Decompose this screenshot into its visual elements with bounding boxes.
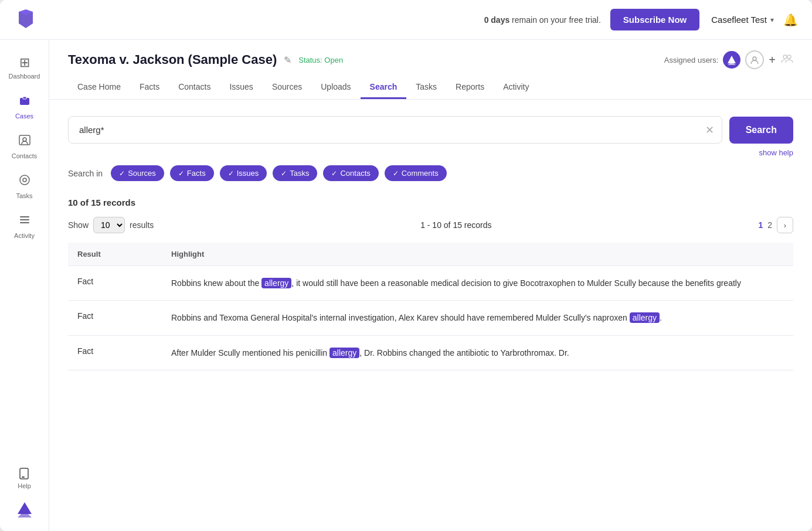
sidebar-item-dashboard[interactable]: ⊞ Dashboard (4, 49, 46, 86)
content-area: Texoma v. Jackson (Sample Case) ✎ Status… (49, 40, 812, 531)
filter-sources[interactable]: ✓ Sources (111, 165, 164, 181)
filter-label: Search in (68, 169, 103, 178)
highlight-before-3: After Mulder Scully mentioned his penici… (171, 348, 329, 358)
tab-uploads[interactable]: Uploads (311, 76, 360, 99)
filter-contacts[interactable]: ✓ Contacts (323, 165, 378, 181)
tab-search[interactable]: Search (361, 76, 407, 99)
tab-sources[interactable]: Sources (263, 76, 311, 99)
highlight-text-3: After Mulder Scully mentioned his penici… (171, 348, 569, 358)
svg-point-19 (787, 55, 791, 59)
filter-facts[interactable]: ✓ Facts (170, 165, 214, 181)
sidebar-bottom: Help (13, 462, 36, 522)
highlight-before-1: Robbins knew about the (171, 278, 261, 288)
user-menu[interactable]: Casefleet Test ▾ (711, 15, 774, 25)
check-icon: ✓ (331, 169, 337, 178)
sidebar: ⊞ Dashboard Cases (0, 40, 49, 531)
filter-issues[interactable]: ✓ Issues (220, 165, 267, 181)
case-title: Texoma v. Jackson (Sample Case) (68, 52, 277, 67)
contacts-icon (18, 134, 31, 150)
trial-message: 0 days remain on your free trial. (484, 15, 601, 25)
svg-point-17 (753, 57, 756, 60)
check-icon: ✓ (281, 169, 287, 178)
trial-days: 0 days (484, 15, 510, 25)
chevron-down-icon: ▾ (770, 16, 774, 24)
filter-tasks[interactable]: ✓ Tasks (273, 165, 317, 181)
sidebar-item-tasks[interactable]: Tasks (4, 168, 46, 205)
filter-row: Search in ✓ Sources ✓ Facts ✓ Issues ✓ T… (68, 165, 793, 181)
dashboard-icon: ⊞ (19, 55, 30, 70)
next-page-button[interactable]: › (777, 217, 793, 233)
tab-issues[interactable]: Issues (220, 76, 262, 99)
clear-icon[interactable]: ✕ (705, 124, 714, 137)
results-label: results (130, 220, 154, 230)
search-button[interactable]: Search (729, 117, 793, 144)
filter-comments[interactable]: ✓ Comments (385, 165, 447, 181)
page-2[interactable]: 2 (767, 220, 772, 230)
logo (14, 7, 38, 32)
user-name: Casefleet Test (711, 15, 767, 25)
search-input[interactable] (68, 116, 722, 144)
edit-icon[interactable]: ✎ (284, 55, 291, 66)
sidebar-item-contacts[interactable]: Contacts (4, 128, 46, 165)
results-section: 10 of 15 records Show 10 25 50 results 1… (49, 198, 812, 384)
result-type-3: Fact (68, 335, 162, 370)
result-type-2: Fact (68, 301, 162, 335)
subscribe-button[interactable]: Subscribe Now (610, 9, 699, 30)
highlight-after-3: , Dr. Robbins changed the antibiotic to … (359, 348, 569, 358)
svg-rect-8 (20, 216, 29, 217)
highlight-word-3: allergy (329, 348, 359, 358)
highlight-before-2: Robbins and Texoma General Hospital's in… (171, 313, 630, 322)
case-status: Status: Open (298, 56, 343, 64)
svg-point-5 (23, 138, 26, 141)
highlight-after-1: , it would still have been a reasonable … (291, 278, 741, 288)
tab-reports[interactable]: Reports (446, 76, 494, 99)
highlight-text-1: Robbins knew about the allergy, it would… (171, 278, 741, 288)
pagination-info: 1 - 10 of 15 records (420, 220, 491, 230)
sidebar-label-cases: Cases (15, 113, 33, 120)
tab-case-home[interactable]: Case Home (68, 76, 130, 99)
tasks-icon (18, 173, 31, 190)
highlight-after-2: . (660, 313, 662, 322)
search-bar-row: ✕ Search (68, 116, 793, 144)
results-table: Result Highlight Fact Robbins knew about… (68, 243, 793, 370)
assigned-users: Assigned users: (664, 50, 793, 69)
sidebar-label-dashboard: Dashboard (9, 73, 40, 80)
svg-point-7 (23, 178, 26, 182)
avatar-secondary (745, 50, 764, 69)
table-row: Fact Robbins knew about the allergy, it … (68, 266, 793, 301)
sidebar-item-cases[interactable]: Cases (4, 88, 46, 125)
search-input-wrap: ✕ (68, 116, 722, 144)
show-help-link[interactable]: show help (68, 148, 793, 157)
highlight-text-2: Robbins and Texoma General Hospital's in… (171, 312, 662, 323)
main-layout: ⊞ Dashboard Cases (0, 40, 812, 531)
tab-tasks[interactable]: Tasks (406, 76, 446, 99)
tab-facts[interactable]: Facts (130, 76, 169, 99)
tab-activity[interactable]: Activity (494, 76, 538, 99)
cases-icon (18, 94, 31, 110)
svg-rect-12 (22, 476, 25, 478)
highlight-cell-1: Robbins knew about the allergy, it would… (162, 266, 793, 301)
avatar-primary (723, 51, 740, 69)
bell-icon[interactable]: 🔔 (783, 13, 798, 27)
case-title-row: Texoma v. Jackson (Sample Case) ✎ Status… (68, 50, 793, 69)
sidebar-label-activity: Activity (14, 232, 35, 239)
case-header: Texoma v. Jackson (Sample Case) ✎ Status… (49, 40, 812, 100)
check-icon: ✓ (228, 169, 234, 178)
users-icon (780, 52, 793, 68)
sidebar-item-activity[interactable]: Activity (4, 207, 46, 245)
per-page-select[interactable]: 10 25 50 (93, 217, 125, 233)
pagination-controls: 1 2 › (758, 217, 793, 233)
add-user-icon[interactable]: + (769, 53, 776, 67)
sidebar-logo-bottom (14, 499, 35, 522)
sidebar-item-help[interactable]: Help (13, 462, 36, 494)
svg-rect-10 (20, 222, 29, 223)
svg-rect-4 (19, 135, 30, 145)
page-1[interactable]: 1 (758, 220, 763, 230)
assigned-label: Assigned users: (664, 56, 719, 64)
result-type-1: Fact (68, 266, 162, 301)
check-icon: ✓ (393, 169, 399, 178)
records-count: 10 of 15 records (68, 198, 793, 207)
table-row: Fact Robbins and Texoma General Hospital… (68, 301, 793, 335)
activity-icon (18, 213, 31, 230)
tab-contacts[interactable]: Contacts (169, 76, 220, 99)
